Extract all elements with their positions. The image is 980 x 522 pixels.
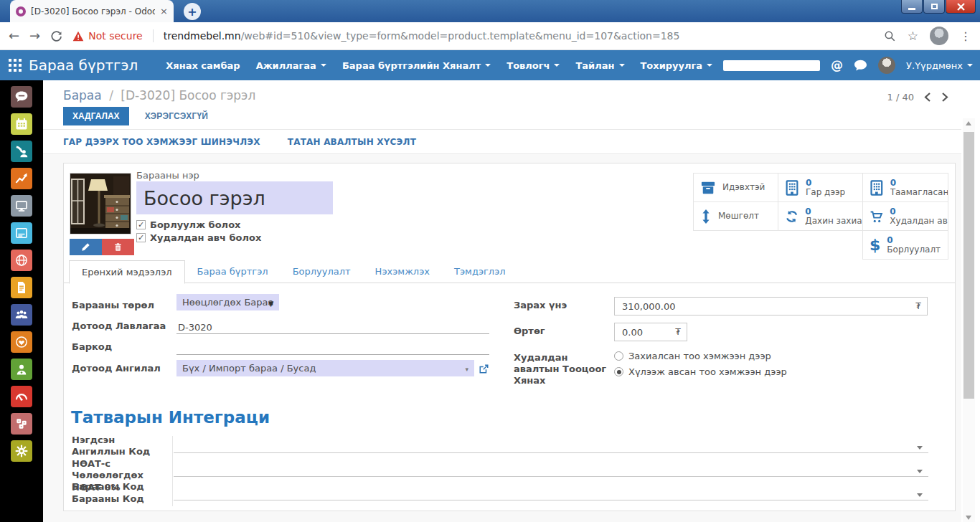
stat-purchases-button[interactable]: 0Худалдан ав... — [862, 201, 948, 231]
edit-image-button[interactable] — [70, 239, 102, 255]
pager-previous-icon[interactable] — [924, 92, 931, 103]
website-globe-icon[interactable] — [11, 250, 32, 271]
radio-option-ordered[interactable]: Захиалсан тоо хэмжээн дээр — [614, 351, 928, 361]
unified-category-code-label: Нэгдсэн Ангиллын Код — [72, 435, 165, 458]
product-image[interactable] — [70, 173, 131, 234]
vat-exempt-code-label: НӨАТ-с Чөлөөлөгдөх Барааны Код — [72, 458, 165, 482]
security-chip[interactable]: Not secure — [72, 30, 143, 42]
discard-button[interactable]: ХЭРЭГСЭХГҮЙ — [141, 110, 212, 122]
select-caret-icon: ▼ — [268, 300, 274, 308]
stat-traceability-button[interactable]: Мөшгөлт — [693, 201, 778, 231]
new-tab-button[interactable]: + — [184, 3, 201, 20]
forward-icon[interactable]: → — [29, 29, 40, 42]
radio-selected-icon[interactable] — [614, 367, 623, 376]
vertical-scrollbar[interactable] — [963, 118, 975, 522]
tab-inventory[interactable]: Бараа бүртгэл — [185, 260, 281, 284]
procurement-request-action[interactable]: ТАТАН АВАЛТЫН ХҮСЭЛТ — [288, 137, 416, 147]
internal-category-select[interactable]: Бүх / Импорт бараа / Бусад ▾ — [176, 360, 474, 376]
browser-menu-icon[interactable]: ⋮ — [960, 29, 971, 43]
tab-general-info[interactable]: Ерөнхий мэдээлэл — [69, 260, 185, 284]
breadcrumb-parent[interactable]: Бараа — [63, 88, 102, 103]
address-text[interactable]: trendmebel.mn/web#id=510&view_type=form&… — [164, 30, 874, 42]
browser-profile-avatar[interactable] — [930, 27, 948, 45]
document-icon[interactable] — [11, 277, 32, 298]
mentions-icon[interactable]: @ — [831, 58, 843, 72]
scroll-up-icon[interactable] — [966, 121, 971, 125]
user-avatar[interactable] — [878, 57, 895, 74]
stat-sales-button[interactable]: $ 0Борлуулалт — [862, 230, 948, 260]
zoom-icon[interactable] — [884, 30, 896, 42]
can-sell-option[interactable]: ✓ Борлуулж болох — [136, 219, 240, 230]
external-link-icon[interactable] — [479, 364, 489, 374]
pager-next-icon[interactable] — [941, 92, 948, 103]
stat-label: Идэвхтэй — [722, 183, 765, 192]
action-buttons-row: ГАР ДЭЭРХ ТОО ХЭМЖЭЭГ ШИНЭЧЛЭХ ТАТАН АВА… — [43, 130, 961, 154]
form-left-column: Барааны төрөл Нөөцлөгдөх Бараа ▼ Дотоод … — [72, 297, 489, 381]
menu-operations[interactable]: Ажиллагаа — [248, 50, 334, 80]
product-type-select[interactable]: Нөөцлөгдөх Бараа ▼ — [176, 294, 279, 310]
internal-reference-input[interactable] — [176, 318, 489, 334]
tab-close-icon[interactable]: × — [160, 6, 168, 16]
vat-zero-code-select[interactable] — [174, 482, 928, 500]
team-icon[interactable] — [11, 304, 32, 326]
menu-label: Тайлан — [575, 60, 614, 71]
stat-reordering-button[interactable]: 0Дахин захиа... — [778, 201, 863, 231]
menu-inventory-control[interactable]: Бараа бүртгэлийн Хяналт — [334, 50, 499, 80]
menu-settings[interactable]: Тохируулга — [633, 50, 721, 80]
archive-box-icon — [700, 181, 716, 195]
menu-dashboard[interactable]: Хянах самбар — [158, 50, 248, 80]
chat-bubble-icon[interactable] — [854, 60, 867, 72]
delete-image-button[interactable] — [102, 239, 134, 255]
sale-price-input[interactable] — [621, 300, 915, 313]
stat-on-hand-button[interactable]: 0Гар дээр — [778, 173, 863, 202]
chat-icon[interactable] — [11, 86, 32, 108]
user-menu[interactable]: У.Үүрдмөнх — [906, 60, 973, 71]
barcode-input[interactable] — [176, 338, 489, 355]
stat-label: Худалдан ав... — [890, 217, 948, 226]
kanban-card-icon[interactable] — [11, 222, 32, 244]
app-name[interactable]: Бараа бүртгэл — [29, 57, 138, 74]
gauge-icon[interactable] — [11, 386, 32, 407]
building-icon — [785, 180, 799, 196]
sales-chart-icon[interactable] — [11, 168, 32, 189]
radio-option-received[interactable]: Хүлээж авсан тоо хэмжээн дээр — [614, 366, 928, 377]
sale-price-field: ₮ — [614, 297, 928, 315]
menu-reports[interactable]: Тайлан — [567, 50, 632, 80]
window-maximize-button[interactable] — [923, 0, 945, 14]
menu-scheduler[interactable]: Товлогч — [499, 50, 567, 80]
cost-input[interactable] — [621, 326, 675, 338]
product-name-input[interactable] — [136, 181, 333, 214]
save-button[interactable]: ХАДГАЛАХ — [63, 107, 129, 125]
checkbox-checked-icon[interactable]: ✓ — [136, 233, 146, 242]
reload-icon[interactable] — [50, 30, 62, 42]
cubes-icon[interactable] — [11, 413, 32, 435]
stat-active-button[interactable]: Идэвхтэй — [693, 173, 778, 202]
bookmark-star-icon[interactable]: ☆ — [908, 29, 918, 43]
can-purchase-option[interactable]: ✓ Худалдан авч болох — [136, 232, 261, 243]
globe-heart-icon[interactable] — [11, 331, 32, 353]
cost-field: ₮ — [614, 323, 687, 341]
scroll-down-icon[interactable] — [966, 516, 971, 520]
checkbox-checked-icon[interactable]: ✓ — [136, 220, 146, 229]
back-icon[interactable]: ← — [9, 29, 19, 42]
stat-forecasted-button[interactable]: 0Таамагласан — [862, 173, 948, 202]
employee-icon[interactable] — [11, 359, 32, 380]
unified-category-code-select[interactable] — [174, 435, 928, 453]
tab-notes[interactable]: Тэмдэглэл — [442, 260, 518, 284]
window-minimize-button[interactable] — [901, 0, 923, 14]
pos-monitor-icon[interactable] — [11, 195, 32, 217]
update-quantity-action[interactable]: ГАР ДЭЭРХ ТОО ХЭМЖЭЭГ ШИНЭЧЛЭХ — [63, 137, 260, 147]
internal-category-value: Бүх / Импорт бараа / Бусад — [182, 363, 316, 374]
tab-sales[interactable]: Борлуулалт — [281, 260, 363, 284]
calendar-icon[interactable] — [11, 113, 32, 135]
vat-exempt-code-select[interactable] — [174, 458, 928, 477]
browser-tab[interactable]: [D-3020] Босоо гэрэл - Odoo × — [10, 0, 174, 22]
gear-icon[interactable] — [11, 440, 32, 462]
tab-invoicing[interactable]: Нэхэмжлэх — [363, 260, 442, 284]
crm-phone-icon[interactable] — [11, 141, 32, 162]
radio-unselected-icon[interactable] — [614, 351, 623, 361]
scrollbar-thumb[interactable] — [963, 132, 974, 399]
dropdown-caret-icon — [917, 446, 923, 450]
apps-grid-icon[interactable] — [9, 59, 22, 72]
window-close-button[interactable] — [946, 0, 976, 14]
